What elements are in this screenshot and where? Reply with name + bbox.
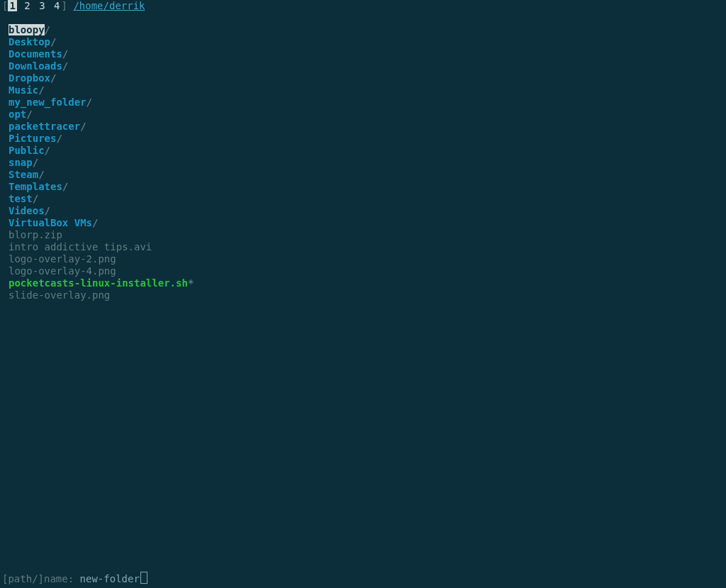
exec-entry[interactable]: pocketcasts-linux-installer.sh* [9,277,726,289]
current-path[interactable]: /home/derrik [73,0,145,11]
dir-slash: / [92,217,98,228]
dir-slash: / [33,193,38,204]
command-prompt[interactable]: [path/]name: new-folder [0,572,726,588]
dir-entry[interactable]: snap/ [9,157,726,169]
bracket-close: ] [62,0,67,11]
dir-slash: / [62,48,68,60]
dir-slash: / [33,157,38,168]
dir-slash: / [45,145,50,156]
entry-name: Pictures [9,133,56,144]
entry-name: Music [9,84,38,96]
dir-entry[interactable]: Documents/ [9,48,726,60]
entry-name: pocketcasts-linux-installer.sh [9,277,188,289]
dir-slash: / [56,133,62,144]
entry-name: Public [9,145,45,156]
dir-entry[interactable]: packettracer/ [9,121,726,133]
dir-entry[interactable]: Dropbox/ [9,72,726,84]
file-entry[interactable]: intro addictive tips.avi [9,241,726,253]
top-bar: [1 2 3 4] /home/derrik [0,0,726,12]
dir-slash: / [80,121,86,132]
entry-name: packettracer [9,121,80,132]
file-entry[interactable]: blorp.zip [9,229,726,241]
dir-slash: / [38,169,44,180]
entry-name: snap [9,157,33,168]
dir-entry[interactable]: bloopy/ [9,24,726,36]
prompt-input-value: new-folder [80,573,140,584]
entry-name: Dropbox [9,72,50,84]
dir-entry[interactable]: Music/ [9,84,726,96]
entry-name: Desktop [9,36,50,48]
cursor [140,572,147,584]
dir-entry[interactable]: test/ [9,193,726,205]
entry-name: my_new_folder [9,96,86,108]
file-listing: bloopy/Desktop/Documents/Downloads/Dropb… [0,12,726,301]
dir-entry[interactable]: Videos/ [9,205,726,217]
dir-slash: / [26,109,32,120]
dir-slash: / [50,36,56,48]
tab-3[interactable]: 3 [38,0,46,11]
dir-slash: / [86,96,92,108]
terminal-screen: [1 2 3 4] /home/derrik bloopy/Desktop/Do… [0,0,726,588]
file-entry[interactable]: logo-overlay-2.png [9,253,726,265]
tab-1[interactable]: 1 [8,0,16,11]
entry-name: slide-overlay.png [9,289,110,301]
dir-slash: / [45,24,50,35]
entry-name: logo-overlay-4.png [9,265,116,277]
dir-entry[interactable]: opt/ [9,109,726,121]
dir-entry[interactable]: Templates/ [9,181,726,193]
entry-name: VirtualBox VMs [9,217,92,228]
entry-name: Videos [9,205,45,216]
dir-entry[interactable]: my_new_folder/ [9,96,726,109]
entry-name: blorp.zip [9,229,62,240]
entry-name: Downloads [9,60,62,72]
dir-slash: / [62,181,68,192]
dir-entry[interactable]: Downloads/ [9,60,726,72]
entry-name: Steam [9,169,38,180]
dir-entry[interactable]: Pictures/ [9,133,726,145]
dir-slash: / [62,60,68,72]
dir-entry[interactable]: Public/ [9,145,726,157]
entry-name: Templates [9,181,62,192]
entry-name: opt [9,109,26,120]
dir-entry[interactable]: Steam/ [9,169,726,181]
entry-name: logo-overlay-2.png [9,253,116,265]
prompt-label: [path/]name: [2,573,80,584]
entry-name: bloopy [9,24,45,35]
dir-slash: / [50,72,56,84]
exec-marker: * [188,277,194,289]
dir-entry[interactable]: VirtualBox VMs/ [9,217,726,229]
dir-entry[interactable]: Desktop/ [9,36,726,48]
entry-name: intro addictive tips.avi [9,241,152,253]
entry-name: test [9,193,33,204]
tab-4[interactable]: 4 [52,0,61,11]
dir-slash: / [45,205,50,216]
file-entry[interactable]: slide-overlay.png [9,289,726,301]
file-entry[interactable]: logo-overlay-4.png [9,265,726,277]
dir-slash: / [38,84,44,96]
tab-2[interactable]: 2 [23,0,31,11]
entry-name: Documents [9,48,62,60]
